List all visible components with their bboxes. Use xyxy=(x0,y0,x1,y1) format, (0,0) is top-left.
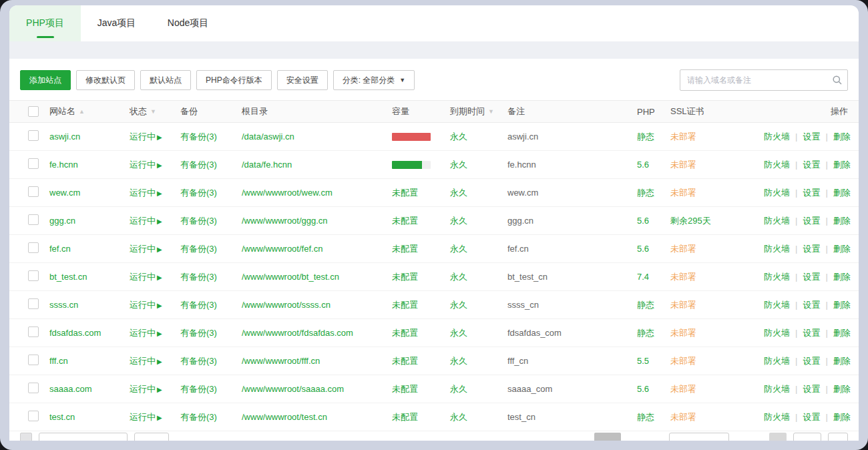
ssl-status-link[interactable]: 未部署 xyxy=(670,272,696,282)
column-php[interactable]: PHP xyxy=(637,107,670,117)
row-checkbox[interactable] xyxy=(28,158,39,169)
ssl-status-link[interactable]: 未部署 xyxy=(670,412,696,422)
search-input[interactable] xyxy=(680,69,848,91)
column-status[interactable]: 状态 ▼ xyxy=(130,105,180,118)
remark-text[interactable]: saaaa_com xyxy=(507,384,637,394)
action-settings[interactable]: 设置 xyxy=(803,299,820,311)
site-name-link[interactable]: ggg.cn xyxy=(49,216,75,226)
backup-link[interactable]: 有备份(3) xyxy=(180,300,217,310)
backup-link[interactable]: 有备份(3) xyxy=(180,160,217,170)
remark-text[interactable]: fe.hcnn xyxy=(507,160,637,170)
site-name-link[interactable]: fef.cn xyxy=(49,244,71,254)
remark-text[interactable]: bt_test_cn xyxy=(507,272,637,282)
action-delete[interactable]: 删除 xyxy=(833,383,851,395)
action-firewall[interactable]: 防火墙 xyxy=(764,355,790,367)
ssl-status-link[interactable]: 未部署 xyxy=(670,300,696,310)
quota-cell[interactable]: 未配置 xyxy=(392,271,450,283)
site-status-link[interactable]: 运行中 xyxy=(130,188,156,198)
site-name-link[interactable]: fe.hcnn xyxy=(49,160,78,170)
row-checkbox[interactable] xyxy=(28,270,39,281)
php-version-link[interactable]: 静态 xyxy=(637,188,654,198)
ssl-status-link[interactable]: 未部署 xyxy=(670,160,696,170)
backup-link[interactable]: 有备份(3) xyxy=(180,188,217,198)
column-site-name[interactable]: 网站名 ▲ xyxy=(49,105,130,118)
site-status-link[interactable]: 运行中 xyxy=(130,216,156,226)
quota-unconfigured-link[interactable]: 未配置 xyxy=(392,356,418,366)
site-name-link[interactable]: ssss.cn xyxy=(49,300,78,310)
row-checkbox[interactable] xyxy=(28,383,39,393)
root-path-link[interactable]: /www/wwwroot/bt_test.cn xyxy=(242,272,339,282)
row-checkbox[interactable] xyxy=(28,186,39,197)
site-status-link[interactable]: 运行中 xyxy=(130,328,156,338)
row-checkbox[interactable] xyxy=(28,214,39,225)
row-checkbox[interactable] xyxy=(28,326,39,337)
site-name-link[interactable]: fff.cn xyxy=(49,356,68,366)
ssl-status-link[interactable]: 未部署 xyxy=(670,244,696,254)
root-path-link[interactable]: /www/wwwroot/fff.cn xyxy=(242,356,320,366)
action-settings[interactable]: 设置 xyxy=(803,159,820,171)
default-site-button[interactable]: 默认站点 xyxy=(140,70,191,90)
row-checkbox[interactable] xyxy=(28,242,39,253)
batch-submit-button[interactable] xyxy=(134,433,169,441)
php-version-link[interactable]: 5.6 xyxy=(637,216,649,226)
action-settings[interactable]: 设置 xyxy=(803,131,820,143)
remark-text[interactable]: test_cn xyxy=(507,412,637,422)
action-delete[interactable]: 删除 xyxy=(833,215,851,227)
remark-text[interactable]: wew.cm xyxy=(507,188,637,198)
action-delete[interactable]: 删除 xyxy=(833,159,851,171)
category-filter-dropdown[interactable]: 分类: 全部分类 ▼ xyxy=(333,70,415,90)
php-version-link[interactable]: 静态 xyxy=(637,412,654,422)
quota-unconfigured-link[interactable]: 未配置 xyxy=(392,384,418,394)
quota-unconfigured-link[interactable]: 未配置 xyxy=(392,216,418,226)
column-root-dir[interactable]: 根目录 xyxy=(242,105,392,118)
php-version-link[interactable]: 静态 xyxy=(637,132,654,142)
root-path-link[interactable]: /www/wwwroot/fef.cn xyxy=(242,244,322,254)
pagination-go-button[interactable] xyxy=(828,433,848,441)
site-status-link[interactable]: 运行中 xyxy=(130,300,156,310)
column-quota[interactable]: 容量 xyxy=(392,105,450,118)
ssl-status-link[interactable]: 未部署 xyxy=(670,188,696,198)
action-delete[interactable]: 删除 xyxy=(833,271,851,283)
quota-cell[interactable]: 未配置 xyxy=(392,215,450,227)
site-status-link[interactable]: 运行中 xyxy=(130,384,156,394)
quota-unconfigured-link[interactable]: 未配置 xyxy=(392,188,418,198)
action-firewall[interactable]: 防火墙 xyxy=(764,131,790,143)
php-version-link[interactable]: 静态 xyxy=(637,300,654,310)
pagination-current-page[interactable] xyxy=(594,433,621,441)
action-delete[interactable]: 删除 xyxy=(833,187,851,199)
column-remark[interactable]: 备注 xyxy=(507,105,637,118)
site-name-link[interactable]: bt_test.cn xyxy=(49,272,87,282)
action-delete[interactable]: 删除 xyxy=(833,299,851,311)
backup-link[interactable]: 有备份(3) xyxy=(180,132,217,142)
quota-cell[interactable]: 未配置 xyxy=(392,383,450,395)
action-settings[interactable]: 设置 xyxy=(803,215,820,227)
pagination-next-button[interactable] xyxy=(669,433,729,441)
search-icon[interactable] xyxy=(832,75,843,88)
remark-text[interactable]: ssss_cn xyxy=(507,300,637,310)
remark-text[interactable]: ggg.cn xyxy=(507,216,637,226)
site-status-link[interactable]: 运行中 xyxy=(130,244,156,254)
remark-text[interactable]: fef.cn xyxy=(507,244,637,254)
backup-link[interactable]: 有备份(3) xyxy=(180,412,217,422)
row-checkbox[interactable] xyxy=(28,130,39,141)
ssl-status-link[interactable]: 未部署 xyxy=(670,328,696,338)
root-path-link[interactable]: /www/wwwroot/ssss.cn xyxy=(242,300,331,310)
add-site-button[interactable]: 添加站点 xyxy=(20,70,71,90)
php-version-link[interactable]: 5.6 xyxy=(637,244,649,254)
action-settings[interactable]: 设置 xyxy=(803,327,820,339)
tab-java[interactable]: Java项目 xyxy=(81,5,152,41)
root-path-link[interactable]: /www/wwwroot/wew.cm xyxy=(242,188,333,198)
php-version-link[interactable]: 静态 xyxy=(637,328,654,338)
root-path-link[interactable]: /www/wwwroot/saaaa.com xyxy=(242,384,344,394)
quota-cell[interactable]: 未配置 xyxy=(392,355,450,367)
remark-text[interactable]: aswji.cn xyxy=(507,132,637,142)
quota-unconfigured-link[interactable]: 未配置 xyxy=(392,272,418,282)
action-delete[interactable]: 删除 xyxy=(833,131,851,143)
backup-link[interactable]: 有备份(3) xyxy=(180,272,217,282)
site-name-link[interactable]: aswji.cn xyxy=(49,132,80,142)
action-firewall[interactable]: 防火墙 xyxy=(764,187,790,199)
action-settings[interactable]: 设置 xyxy=(803,271,820,283)
ssl-status-link[interactable]: 剩余295天 xyxy=(670,216,711,226)
root-path-link[interactable]: /www/wwwroot/ggg.cn xyxy=(242,216,328,226)
action-firewall[interactable]: 防火墙 xyxy=(764,383,790,395)
